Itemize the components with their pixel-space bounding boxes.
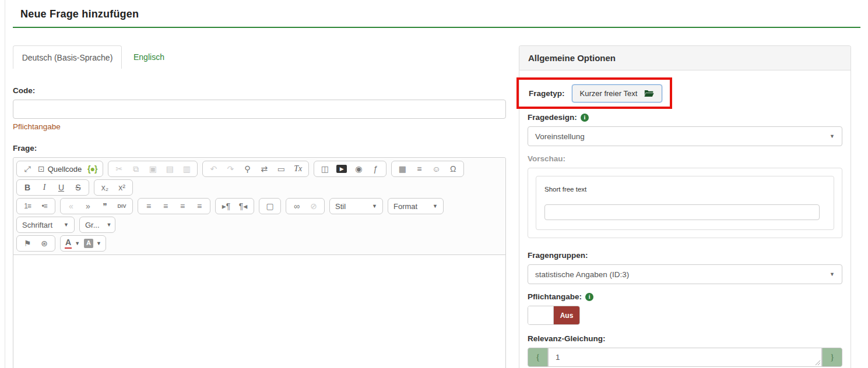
iframe-button[interactable]: ▢: [262, 200, 278, 213]
paste-from-word-icon: ▥: [183, 165, 191, 173]
source-button-label: Quellcode: [48, 165, 82, 173]
subscript-icon: x₂: [101, 183, 108, 192]
chevron-down-icon: ▼: [433, 204, 438, 209]
preview-label: Vorschau:: [528, 154, 565, 163]
align-right-button[interactable]: ≡: [174, 200, 191, 213]
code-required-hint: Pflichtangabe: [13, 122, 506, 131]
blockquote-icon: ❞: [103, 202, 107, 210]
paste-from-word-button[interactable]: ▥: [178, 162, 195, 175]
paste-as-text-button[interactable]: ▤: [161, 162, 178, 175]
unlink-button[interactable]: ⊘: [305, 200, 322, 213]
relevance-equation-label: Relevanz-Gleichung:: [528, 334, 606, 343]
bullet-list-icon: •≡: [41, 203, 47, 210]
undo-button[interactable]: ↶: [205, 162, 222, 175]
align-justify-button[interactable]: ≡: [191, 200, 208, 213]
folder-open-icon: [644, 90, 654, 97]
question-design-select[interactable]: Voreinstellung ▼: [528, 126, 842, 146]
strikethrough-button[interactable]: S: [70, 181, 86, 194]
preview-answer-input[interactable]: [544, 204, 820, 220]
underline-button[interactable]: U: [53, 181, 69, 194]
bidi-rtl-icon: ¶◂: [239, 202, 248, 210]
general-options-panel: Allgemeine Optionen Fragetyp: Kurzer fre…: [519, 45, 851, 368]
replace-button[interactable]: ⇄: [256, 162, 272, 175]
groesse-select[interactable]: Gr...▼: [79, 217, 115, 233]
superscript-button[interactable]: x²: [114, 181, 130, 194]
outdent-button[interactable]: «: [63, 200, 79, 213]
link-button[interactable]: ∞: [289, 200, 305, 213]
indent-button[interactable]: »: [80, 200, 96, 213]
stil-select[interactable]: Stil▼: [329, 198, 383, 214]
remove-format-button[interactable]: Tx: [290, 162, 306, 175]
numbered-list-button[interactable]: 1≡: [19, 200, 36, 213]
special-char-button[interactable]: Ω: [445, 162, 461, 175]
div-container-button[interactable]: DIV: [114, 200, 130, 213]
table-button[interactable]: ▦: [394, 162, 410, 175]
find-button[interactable]: ⚲: [239, 162, 255, 175]
align-left-button[interactable]: ≡: [140, 200, 157, 213]
relevance-equation-input[interactable]: 1: [548, 348, 822, 367]
select-all-button[interactable]: ▭: [273, 162, 289, 175]
redo-button[interactable]: ↷: [222, 162, 238, 175]
code-input[interactable]: [13, 100, 506, 119]
expression-manager-button[interactable]: {●}: [84, 162, 100, 175]
chevron-down-icon: ▼: [64, 222, 69, 228]
source-button[interactable]: ⊡Quellcode: [36, 162, 83, 175]
bidi-ltr-button[interactable]: ▸¶: [218, 200, 234, 213]
paste-button[interactable]: ▣: [145, 162, 161, 175]
horizontal-rule-button[interactable]: ≡: [411, 162, 427, 175]
copy-button[interactable]: ⧉: [128, 162, 144, 175]
bold-button[interactable]: B: [19, 181, 36, 194]
close-brace-addon: }: [822, 348, 842, 367]
div-container-icon: DIV: [117, 204, 126, 209]
add-question-page: Neue Frage hinzufügen Deutsch (Basis-Spr…: [0, 0, 868, 368]
text-color-button[interactable]: A▼: [63, 237, 82, 250]
title-divider: [13, 27, 860, 28]
question-group-select[interactable]: statistische Angaben (ID:3) ▼: [528, 264, 842, 284]
language-globe-button[interactable]: ⊛: [36, 237, 52, 250]
media-button[interactable]: ▶: [333, 162, 350, 175]
cut-button[interactable]: ✂: [111, 162, 127, 175]
table-icon: ▦: [399, 165, 406, 173]
textarea-resize-handle[interactable]: [814, 359, 820, 365]
tab-deutsch[interactable]: Deutsch (Basis-Sprache): [13, 45, 122, 69]
select-all-icon: ▭: [277, 165, 285, 173]
remove-format-icon: Tx: [294, 165, 302, 173]
question-design-info-icon[interactable]: i: [581, 114, 589, 122]
question-type-label: Fragetyp:: [529, 89, 565, 98]
relevance-equation-value: 1: [556, 353, 560, 362]
paste-icon: ▣: [149, 165, 157, 173]
bidi-rtl-button[interactable]: ¶◂: [235, 200, 251, 213]
page-title: Neue Frage hinzufügen: [20, 8, 860, 20]
image-button[interactable]: ◫: [317, 162, 333, 175]
tab-englisch[interactable]: Englisch: [124, 45, 174, 69]
audio-button[interactable]: ◉: [350, 162, 367, 175]
numbered-list-icon: 1≡: [24, 203, 31, 210]
code-label: Code:: [13, 86, 506, 95]
paste-as-text-icon: ▤: [166, 165, 174, 173]
editor-content-area[interactable]: [13, 255, 505, 368]
question-type-button[interactable]: Kurzer freier Text: [572, 84, 663, 102]
smiley-button[interactable]: ☺: [428, 162, 444, 175]
flag-button[interactable]: ⚑: [19, 237, 36, 250]
chevron-down-icon: ▼: [75, 241, 80, 246]
format-select[interactable]: Format▼: [388, 198, 444, 214]
mandatory-toggle[interactable]: Aus: [528, 306, 580, 325]
bullet-list-button[interactable]: •≡: [36, 200, 52, 213]
question-type-row: Fragetyp: Kurzer freier Text: [529, 84, 842, 102]
chevron-down-icon: ▼: [96, 241, 101, 246]
question-editor-column: Deutsch (Basis-Sprache) Englisch Code: P…: [13, 45, 506, 368]
background-color-button[interactable]: A▼: [82, 237, 103, 250]
underline-icon: U: [58, 183, 64, 192]
maximize-button[interactable]: ⤢: [19, 162, 36, 175]
question-design-value: Voreinstellung: [535, 132, 585, 141]
mandatory-info-icon[interactable]: i: [585, 293, 593, 301]
text-color-icon: A: [65, 238, 72, 248]
align-center-button[interactable]: ≡: [157, 200, 174, 213]
chevron-down-icon: ▼: [372, 204, 377, 209]
special-char-icon: Ω: [450, 165, 456, 173]
subscript-button[interactable]: x₂: [97, 181, 113, 194]
schriftart-select[interactable]: Schriftart▼: [16, 217, 75, 233]
italic-button[interactable]: I: [36, 181, 52, 194]
blockquote-button[interactable]: ❞: [97, 200, 113, 213]
flash-button[interactable]: ƒ: [367, 162, 384, 175]
